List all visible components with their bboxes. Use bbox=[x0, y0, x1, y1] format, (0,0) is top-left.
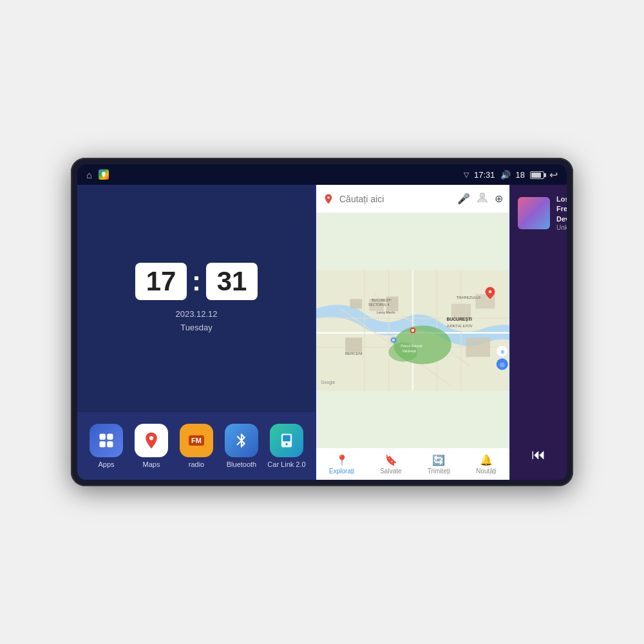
date-info: 2023.12.12 Tuesday bbox=[175, 308, 217, 335]
music-artist: Unknown bbox=[556, 224, 567, 231]
svg-point-49 bbox=[489, 290, 492, 294]
battery-icon bbox=[530, 169, 544, 180]
volume-icon: 🔊 bbox=[500, 170, 511, 180]
map-nav-explore[interactable]: 📍 Explorați bbox=[329, 454, 354, 475]
music-player: Lost Frequencies_Janieck Devy-... Unknow… bbox=[510, 185, 567, 480]
svg-text:⊕: ⊕ bbox=[500, 349, 505, 355]
explore-label: Explorați bbox=[329, 468, 354, 475]
svg-point-5 bbox=[149, 436, 153, 440]
apps-label: Apps bbox=[98, 460, 114, 468]
news-label: Noutăți bbox=[476, 468, 497, 475]
svg-text:◎: ◎ bbox=[500, 361, 505, 368]
share-label: Trimiteți bbox=[428, 468, 450, 475]
saved-icon: 🔖 bbox=[384, 454, 397, 466]
map-search-input[interactable] bbox=[339, 194, 452, 204]
app-icon-bluetooth[interactable]: Bluetooth bbox=[222, 424, 261, 468]
music-text: Lost Frequencies_Janieck Devy-... Unknow… bbox=[556, 194, 567, 231]
svg-point-8 bbox=[285, 443, 288, 446]
svg-text:TRAPEZULUI: TRAPEZULUI bbox=[457, 296, 481, 299]
car-head-unit: ⌂ ▽ 17:31 🔊 18 ↩ bbox=[71, 158, 573, 486]
signal-icon: ▽ bbox=[464, 171, 469, 179]
map-nav-news[interactable]: 🔔 Noutăți bbox=[476, 454, 497, 475]
svg-rect-29 bbox=[350, 299, 363, 308]
svg-text:Leroy Merlin: Leroy Merlin bbox=[377, 310, 395, 314]
svg-text:Google: Google bbox=[321, 380, 336, 385]
music-controls: ⏮ ⏸ ⏭ bbox=[518, 439, 567, 470]
app-icon-radio[interactable]: FM radio bbox=[177, 424, 216, 468]
bluetooth-icon bbox=[225, 424, 258, 457]
radio-label: radio bbox=[189, 460, 204, 468]
layers-icon[interactable]: ⊕ bbox=[495, 193, 503, 205]
svg-text:SECTORUL 4: SECTORUL 4 bbox=[368, 303, 390, 307]
svg-rect-1 bbox=[100, 434, 106, 440]
clock-hours: 17 bbox=[135, 263, 187, 300]
google-maps-logo-icon bbox=[323, 193, 334, 205]
svg-text:Parcul Natural: Parcul Natural bbox=[401, 344, 422, 348]
map-bottom-nav: 📍 Explorați 🔖 Salvate 🔄 Trimiteți 🔔 Nout… bbox=[316, 448, 509, 480]
saved-label: Salvate bbox=[380, 468, 401, 475]
carlink-label: Car Link 2.0 bbox=[267, 460, 305, 468]
topbar-icons: ⌂ bbox=[86, 169, 109, 180]
svg-rect-2 bbox=[107, 434, 113, 440]
prev-button[interactable]: ⏮ bbox=[526, 441, 551, 468]
date-date: 2023.12.12 bbox=[175, 308, 217, 321]
mic-icon[interactable]: 🎤 bbox=[457, 193, 470, 205]
svg-rect-4 bbox=[107, 441, 113, 447]
clock-colon: : bbox=[192, 266, 201, 297]
clock-widget: 17 : 31 2023.12.12 Tuesday bbox=[77, 185, 316, 412]
home-icon[interactable]: ⌂ bbox=[86, 169, 92, 180]
app-icon-apps[interactable]: Apps bbox=[87, 424, 126, 468]
status-right: ▽ 17:31 🔊 18 ↩ bbox=[464, 169, 558, 181]
maps-app-icon[interactable] bbox=[99, 169, 109, 180]
status-bar: ⌂ ▽ 17:31 🔊 18 ↩ bbox=[77, 164, 567, 185]
svg-text:JUDEȚUL ILFOV: JUDEȚUL ILFOV bbox=[447, 324, 473, 328]
svg-point-41 bbox=[412, 329, 415, 332]
map-body[interactable]: TRAPEZULUI BUCUREȘTI JUDEȚUL ILFOV BERCE… bbox=[316, 213, 509, 448]
back-icon[interactable]: ↩ bbox=[549, 169, 558, 181]
maps-label: Maps bbox=[143, 460, 160, 468]
carlink-icon bbox=[270, 424, 303, 457]
music-info-row: Lost Frequencies_Janieck Devy-... Unknow… bbox=[518, 194, 567, 231]
left-panel: 17 : 31 2023.12.12 Tuesday bbox=[77, 185, 316, 480]
bluetooth-label: Bluetooth bbox=[227, 460, 256, 468]
svg-text:BUCUREȘTI: BUCUREȘTI bbox=[447, 317, 473, 322]
svg-text:BUCUREȘTI: BUCUREȘTI bbox=[372, 298, 391, 302]
svg-text:BERCENI: BERCENI bbox=[345, 352, 363, 355]
clock-minutes: 31 bbox=[206, 263, 258, 300]
radio-icon: FM bbox=[180, 424, 213, 457]
screen: ⌂ ▽ 17:31 🔊 18 ↩ bbox=[77, 164, 567, 480]
map-panel: 🎤 ⊕ bbox=[316, 185, 509, 480]
map-nav-saved[interactable]: 🔖 Salvate bbox=[380, 454, 401, 475]
apps-icon bbox=[90, 424, 123, 457]
app-icon-maps[interactable]: Maps bbox=[132, 424, 171, 468]
app-icon-carlink[interactable]: Car Link 2.0 bbox=[267, 424, 306, 468]
svg-rect-26 bbox=[345, 337, 362, 352]
svg-rect-27 bbox=[466, 337, 491, 357]
album-art bbox=[518, 197, 550, 229]
maps-pin-icon bbox=[99, 169, 109, 180]
map-nav-share[interactable]: 🔄 Trimiteți bbox=[428, 454, 450, 475]
date-day: Tuesday bbox=[175, 321, 217, 335]
status-left: ⌂ bbox=[86, 169, 109, 180]
svg-point-44 bbox=[390, 336, 397, 344]
svg-point-9 bbox=[480, 193, 484, 197]
map-svg: TRAPEZULUI BUCUREȘTI JUDEȚUL ILFOV BERCE… bbox=[316, 213, 509, 448]
main-content: 17 : 31 2023.12.12 Tuesday bbox=[77, 185, 567, 480]
album-art-image bbox=[518, 197, 550, 229]
map-search-bar: 🎤 ⊕ bbox=[316, 185, 509, 213]
apps-row: Apps Maps FM bbox=[77, 412, 316, 480]
status-time: 17:31 bbox=[474, 170, 495, 180]
map-search-icons: 🎤 ⊕ bbox=[457, 191, 503, 207]
account-icon[interactable] bbox=[475, 191, 489, 207]
svg-rect-3 bbox=[100, 441, 106, 447]
explore-icon: 📍 bbox=[336, 454, 348, 466]
svg-rect-7 bbox=[283, 435, 290, 441]
clock-display: 17 : 31 bbox=[135, 263, 258, 300]
battery-level: 18 bbox=[516, 170, 525, 180]
music-title: Lost Frequencies_Janieck Devy-... bbox=[556, 194, 567, 224]
play-pause-button[interactable]: ⏸ bbox=[567, 439, 567, 470]
svg-text:Văcărești: Văcărești bbox=[402, 349, 417, 353]
right-panel: Lost Frequencies_Janieck Devy-... Unknow… bbox=[509, 185, 567, 480]
maps-icon bbox=[135, 424, 168, 457]
share-icon: 🔄 bbox=[432, 454, 445, 466]
